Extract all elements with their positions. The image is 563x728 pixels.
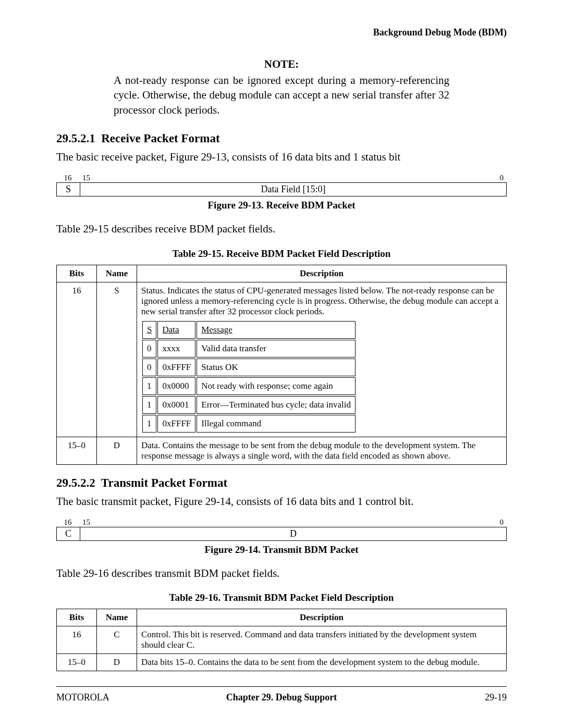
section-title: Transmit Packet Format — [101, 476, 227, 489]
status-msg: Valid data transfer — [197, 340, 356, 357]
status-msg: Not ready with response; come again — [197, 377, 356, 395]
cell-desc: Control. This bit is reserved. Command a… — [137, 626, 507, 654]
status-msg: Message — [197, 321, 356, 339]
col-header-desc: Description — [137, 265, 507, 282]
bitfield-bitnumbers: 16 15 0 — [56, 174, 507, 182]
status-s: S — [142, 321, 156, 339]
status-msg: Status OK — [197, 359, 356, 376]
status-row: 0 xxxx Valid data transfer — [142, 340, 356, 357]
status-s: 1 — [142, 396, 156, 414]
cell-name: S — [97, 282, 137, 437]
running-head: Background Debug Mode (BDM) — [56, 27, 507, 38]
table-row: 16 S Status. Indicates the status of CPU… — [57, 282, 507, 437]
status-row: S Data Message — [142, 321, 356, 339]
note-body: A not-ready response can be ignored exce… — [56, 73, 507, 117]
status-data: 0x0000 — [157, 377, 195, 395]
bit-index-16: 16 — [56, 518, 79, 527]
bit-index-15: 15 — [82, 518, 90, 527]
figure-29-14: 16 15 0 C D — [56, 518, 507, 541]
status-msg: Illegal command — [197, 415, 356, 433]
col-header-bits: Bits — [57, 265, 97, 282]
table-header-row: Bits Name Description — [57, 609, 507, 626]
status-row: 1 0x0000 Not ready with response; come a… — [142, 377, 356, 395]
status-row: 1 0x0001 Error—Terminated bus cycle; dat… — [142, 396, 356, 414]
status-s: 0 — [142, 340, 156, 357]
cell-bits: 16 — [57, 626, 97, 654]
status-data: 0x0001 — [157, 396, 195, 414]
bitfield-bitnumbers: 16 15 0 — [56, 518, 507, 527]
status-row: 0 0xFFFF Status OK — [142, 359, 356, 376]
figure-caption-29-13: Figure 29-13. Receive BDM Packet — [56, 200, 507, 211]
bit-index-0: 0 — [500, 518, 504, 527]
section-intro-transmit: The basic transmit packet, Figure 29-14,… — [56, 494, 507, 509]
cell-name: D — [97, 437, 137, 464]
footer-center: Chapter 29. Debug Support — [56, 692, 507, 703]
cell-desc: Data bits 15–0. Contains the data to be … — [137, 654, 507, 671]
cell-desc: Status. Indicates the status of CPU-gene… — [137, 282, 507, 437]
bitfield-boxes: S Data Field [15:0] — [56, 182, 507, 196]
bit-index-0: 0 — [500, 174, 504, 182]
status-data: 0xFFFF — [157, 415, 195, 433]
status-data: 0xFFFF — [157, 359, 195, 376]
section-heading-transmit: 29.5.2.2 Transmit Packet Format — [56, 476, 507, 490]
bit-index-16: 16 — [56, 174, 79, 182]
cell-name: D — [97, 654, 137, 671]
status-data: Data — [157, 321, 195, 339]
cell-bits: 15–0 — [57, 654, 97, 671]
status-row: 1 0xFFFF Illegal command — [142, 415, 356, 433]
col-header-bits: Bits — [57, 609, 97, 626]
col-header-desc: Description — [137, 609, 507, 626]
table-29-16: Bits Name Description 16 C Control. This… — [56, 609, 507, 671]
desc-text: Status. Indicates the status of CPU-gene… — [141, 286, 498, 316]
col-header-name: Name — [97, 609, 137, 626]
cell-bits: 16 — [57, 282, 97, 437]
status-s: 0 — [142, 359, 156, 376]
bitfield-s-cell: S — [57, 183, 80, 196]
figure-caption-29-14: Figure 29-14. Transmit BDM Packet — [56, 544, 507, 556]
page: Background Debug Mode (BDM) NOTE: A not-… — [0, 0, 563, 728]
cell-name: C — [97, 626, 137, 654]
table-row: 16 C Control. This bit is reserved. Comm… — [57, 626, 507, 654]
bitfield-data-cell: Data Field [15:0] — [80, 183, 506, 196]
table-caption-29-16: Table 29-16. Transmit BDM Packet Field D… — [56, 592, 507, 603]
note-title: NOTE: — [56, 58, 507, 71]
bitfield-boxes: C D — [56, 527, 507, 541]
col-header-name: Name — [97, 265, 137, 282]
after-figure-text-transmit: Table 29-16 describes transmit BDM packe… — [56, 566, 507, 581]
bitfield-c-cell: C — [57, 527, 80, 540]
section-heading-receive: 29.5.2.1 Receive Packet Format — [56, 132, 507, 145]
table-row: 15–0 D Data bits 15–0. Contains the data… — [57, 654, 507, 671]
table-caption-29-15: Table 29-15. Receive BDM Packet Field De… — [56, 248, 507, 260]
section-intro-receive: The basic receive packet, Figure 29-13, … — [56, 150, 507, 164]
after-figure-text-receive: Table 29-15 describes receive BDM packet… — [56, 221, 507, 236]
status-data: xxxx — [157, 340, 195, 357]
cell-bits: 15–0 — [57, 437, 97, 464]
section-title: Receive Packet Format — [101, 132, 219, 145]
status-s: 1 — [142, 415, 156, 433]
section-number: 29.5.2.1 — [56, 132, 95, 145]
table-row: 15–0 D Data. Contains the message to be … — [57, 437, 507, 464]
footer-left: MOTOROLA — [56, 692, 109, 703]
cell-desc: Data. Contains the message to be sent fr… — [137, 437, 507, 464]
table-header-row: Bits Name Description — [57, 265, 507, 282]
table-29-15: Bits Name Description 16 S Status. Indic… — [56, 265, 507, 465]
page-footer: MOTOROLA Chapter 29. Debug Support 29-19 — [56, 686, 507, 703]
footer-right: 29-19 — [485, 692, 507, 703]
status-msg: Error—Terminated bus cycle; data invalid — [197, 396, 356, 414]
section-number: 29.5.2.2 — [56, 476, 95, 489]
status-subtable: S Data Message 0 xxxx Valid data transfe… — [141, 320, 357, 434]
bit-index-15: 15 — [82, 174, 90, 182]
status-s: 1 — [142, 377, 156, 395]
figure-29-13: 16 15 0 S Data Field [15:0] — [56, 174, 507, 196]
bitfield-d-cell: D — [80, 527, 506, 540]
